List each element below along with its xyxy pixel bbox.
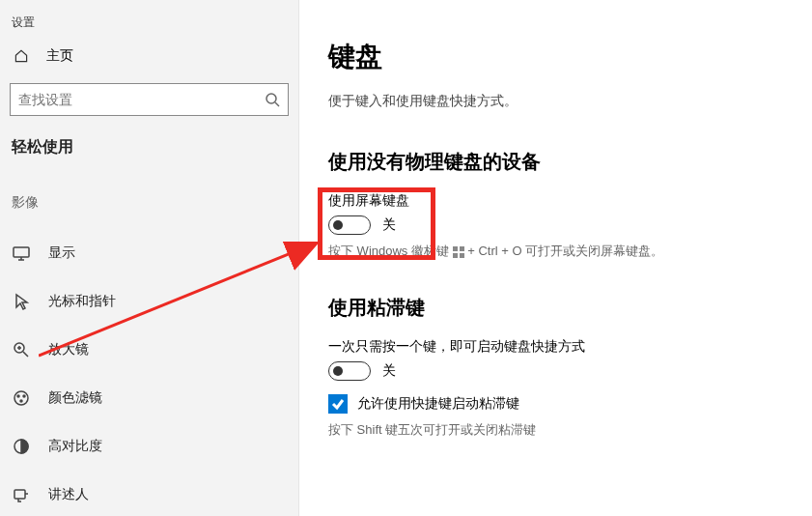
sidebar-item-magnifier[interactable]: 放大镜 <box>0 326 298 374</box>
section-heading-sticky: 使用粘滞键 <box>328 295 783 321</box>
window-title: 设置 <box>0 14 298 37</box>
onscreen-keyboard-hint: 按下 Windows 徽标键 + Ctrl + O 可打开或关闭屏幕键盘。 <box>328 243 783 260</box>
sidebar-item-colorfilter[interactable]: 颜色滤镜 <box>0 374 298 422</box>
main-content: 键盘 便于键入和使用键盘快捷方式。 使用没有物理键盘的设备 使用屏幕键盘 关 按… <box>299 0 812 516</box>
search-icon <box>265 92 280 107</box>
sticky-keys-toggle[interactable] <box>328 361 371 381</box>
sidebar-item-display[interactable]: 显示 <box>0 229 298 277</box>
sidebar-item-narrator[interactable]: 讲述人 <box>0 471 298 516</box>
svg-point-4 <box>17 395 19 397</box>
sticky-keys-label: 一次只需按一个键，即可启动键盘快捷方式 <box>328 338 783 356</box>
sidebar-item-highcontrast[interactable]: 高对比度 <box>0 422 298 471</box>
magnifier-icon <box>12 340 31 359</box>
palette-icon <box>12 388 31 408</box>
home-icon <box>12 46 31 66</box>
windows-key-icon <box>453 246 464 258</box>
sidebar-item-label: 显示 <box>48 244 75 262</box>
page-description: 便于键入和使用键盘快捷方式。 <box>328 93 783 110</box>
contrast-icon <box>12 437 31 456</box>
onscreen-keyboard-toggle[interactable] <box>328 215 371 235</box>
home-label: 主页 <box>46 47 73 65</box>
narrator-icon <box>12 485 31 504</box>
sticky-keys-hint: 按下 Shift 键五次可打开或关闭粘滞键 <box>328 421 783 439</box>
svg-point-0 <box>266 94 276 103</box>
monitor-icon <box>12 244 31 263</box>
svg-point-3 <box>14 391 28 405</box>
svg-rect-1 <box>14 247 29 257</box>
sticky-keys-state: 关 <box>382 362 396 380</box>
svg-rect-9 <box>453 246 458 251</box>
svg-rect-8 <box>14 490 25 499</box>
sidebar-item-cursor[interactable]: 光标和指针 <box>0 277 298 326</box>
sticky-keys-shortcut-checkbox[interactable] <box>328 394 348 414</box>
category-title: 轻松使用 <box>0 128 298 186</box>
home-link[interactable]: 主页 <box>0 37 298 75</box>
sidebar: 设置 主页 轻松使用 影像 显示 <box>0 0 299 516</box>
onscreen-keyboard-label: 使用屏幕键盘 <box>328 192 783 210</box>
sidebar-item-label: 放大镜 <box>48 341 89 358</box>
sidebar-item-label: 讲述人 <box>48 486 89 503</box>
onscreen-keyboard-state: 关 <box>382 216 396 234</box>
sticky-keys-shortcut-label: 允许使用快捷键启动粘滞键 <box>357 395 519 413</box>
sidebar-item-label: 光标和指针 <box>48 293 116 310</box>
svg-rect-11 <box>453 253 458 258</box>
page-title: 键盘 <box>328 39 783 75</box>
section-label: 影像 <box>0 186 298 229</box>
search-input[interactable] <box>18 92 265 107</box>
section-heading-device: 使用没有物理键盘的设备 <box>328 149 783 175</box>
svg-point-6 <box>20 400 22 402</box>
sidebar-item-label: 高对比度 <box>48 438 102 455</box>
search-box[interactable] <box>10 83 289 116</box>
cursor-icon <box>12 292 31 311</box>
sidebar-item-label: 颜色滤镜 <box>48 389 102 407</box>
svg-point-5 <box>23 395 25 397</box>
